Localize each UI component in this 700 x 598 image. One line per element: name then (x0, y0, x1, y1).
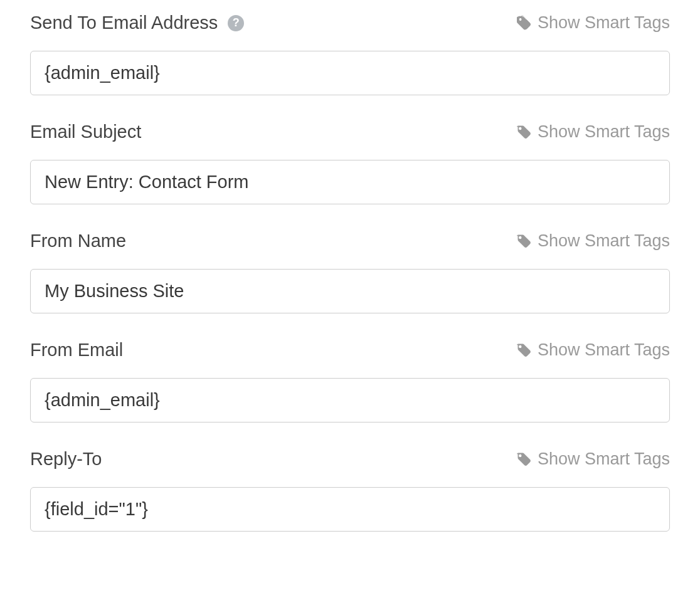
field-header-left: From Name (30, 231, 126, 251)
field-group-reply-to: Reply-To Show Smart Tags (30, 449, 670, 532)
reply-to-input[interactable] (30, 487, 670, 532)
field-header: Send To Email Address ? Show Smart Tags (30, 13, 670, 33)
tag-icon (516, 451, 533, 468)
field-group-email-subject: Email Subject Show Smart Tags (30, 122, 670, 204)
smart-tags-label: Show Smart Tags (538, 449, 670, 469)
help-icon[interactable]: ? (228, 15, 244, 31)
send-to-input[interactable] (30, 51, 670, 95)
show-smart-tags-link[interactable]: Show Smart Tags (516, 122, 670, 142)
field-label-from-name: From Name (30, 231, 126, 251)
field-group-from-email: From Email Show Smart Tags (30, 340, 670, 422)
smart-tags-label: Show Smart Tags (538, 13, 670, 33)
show-smart-tags-link[interactable]: Show Smart Tags (516, 449, 670, 469)
field-header-left: Send To Email Address ? (30, 13, 244, 33)
tag-icon (516, 15, 533, 31)
field-header-left: Reply-To (30, 449, 102, 469)
field-label-send-to: Send To Email Address (30, 13, 218, 33)
from-email-input[interactable] (30, 378, 670, 422)
tag-icon (516, 342, 533, 359)
field-label-reply-to: Reply-To (30, 449, 102, 469)
show-smart-tags-link[interactable]: Show Smart Tags (516, 13, 670, 33)
field-header: From Name Show Smart Tags (30, 231, 670, 251)
field-header: Reply-To Show Smart Tags (30, 449, 670, 469)
field-group-send-to: Send To Email Address ? Show Smart Tags (30, 13, 670, 95)
field-header-left: Email Subject (30, 122, 141, 142)
field-group-from-name: From Name Show Smart Tags (30, 231, 670, 313)
show-smart-tags-link[interactable]: Show Smart Tags (516, 231, 670, 251)
smart-tags-label: Show Smart Tags (538, 122, 670, 142)
field-header: From Email Show Smart Tags (30, 340, 670, 360)
field-header-left: From Email (30, 340, 123, 360)
email-subject-input[interactable] (30, 160, 670, 204)
smart-tags-label: Show Smart Tags (538, 231, 670, 251)
field-label-from-email: From Email (30, 340, 123, 360)
tag-icon (516, 233, 533, 249)
tag-icon (516, 124, 533, 140)
field-header: Email Subject Show Smart Tags (30, 122, 670, 142)
from-name-input[interactable] (30, 269, 670, 313)
show-smart-tags-link[interactable]: Show Smart Tags (516, 340, 670, 360)
field-label-email-subject: Email Subject (30, 122, 141, 142)
smart-tags-label: Show Smart Tags (538, 340, 670, 360)
